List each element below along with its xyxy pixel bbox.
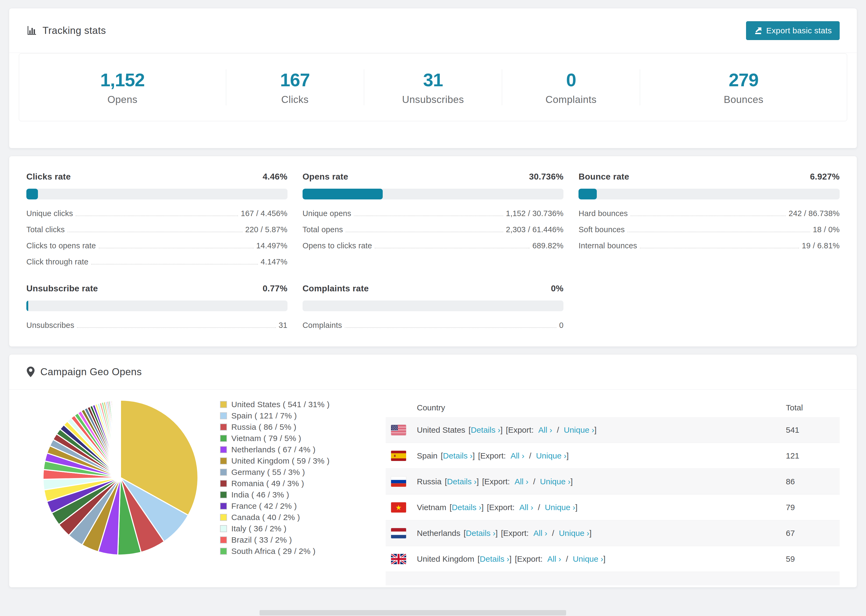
complaints-rate-value: 0% <box>551 284 564 294</box>
legend-swatch <box>220 435 227 442</box>
details-link[interactable]: Details › <box>471 426 500 434</box>
legend-swatch <box>220 503 227 509</box>
country-total: 59 <box>786 555 840 564</box>
country-name: Vietnam <box>417 503 446 512</box>
country-name: Spain <box>417 451 438 460</box>
export-all-link[interactable]: All › <box>547 555 561 563</box>
details-link[interactable]: Details › <box>443 451 472 460</box>
export-basic-stats-button[interactable]: Export basic stats <box>746 21 840 40</box>
bounces-count: 279 <box>640 69 847 90</box>
country-name: United States <box>417 426 465 435</box>
details-link[interactable]: Details › <box>447 477 477 486</box>
unsubscribe-rate-title: Unsubscribe rate <box>26 284 98 294</box>
export-unique-link[interactable]: Unique › <box>536 451 567 460</box>
tracking-stats-header: Tracking stats Export basic stats <box>9 8 857 53</box>
legend-swatch <box>220 480 227 487</box>
clicks-rate-value: 4.46% <box>263 172 287 182</box>
legend-swatch <box>220 536 227 544</box>
table-row: United Kingdom [Details ›] [Export: All … <box>386 546 840 572</box>
bounce-rate-title: Bounce rate <box>578 172 629 182</box>
unsubscribe-rate-progress-bar <box>26 300 288 311</box>
table-row: Russia [Details ›] [Export: All › / Uniq… <box>386 468 840 494</box>
country-total: 121 <box>786 451 840 460</box>
stat-row: Clicks to opens rate14.497% <box>26 241 288 250</box>
country-total: 79 <box>786 503 840 512</box>
page-title: Tracking stats <box>43 25 106 36</box>
export-unique-link[interactable]: Unique › <box>559 529 589 537</box>
campaign-geo-opens-card: Campaign Geo Opens United States ( 541 /… <box>9 354 857 588</box>
details-link[interactable]: Details › <box>466 529 495 537</box>
stat-row: Unique opens1,152 / 30.736% <box>302 209 564 218</box>
legend-item[interactable]: Italy ( 36 / 2% ) <box>220 523 371 534</box>
empty-grid-cell <box>578 284 840 330</box>
legend-item[interactable]: Romania ( 49 / 3% ) <box>220 478 371 489</box>
legend-item[interactable]: Netherlands ( 67 / 4% ) <box>220 444 371 455</box>
complaints-rate-progress-bar <box>302 300 564 311</box>
opens-rate-progress-bar <box>302 189 564 200</box>
details-link[interactable]: Details › <box>480 555 509 563</box>
geo-section-title: Campaign Geo Opens <box>40 366 142 378</box>
export-unique-link[interactable]: Unique › <box>540 477 570 486</box>
export-all-link[interactable]: All › <box>515 477 529 486</box>
opens-count: 1,152 <box>19 69 226 90</box>
legend-item[interactable]: Canada ( 40 / 2% ) <box>220 512 371 523</box>
dotted-leader <box>627 232 810 232</box>
geo-pie-wrap <box>26 398 215 557</box>
legend-item[interactable]: South Africa ( 29 / 2% ) <box>220 545 371 557</box>
country-total: 86 <box>786 477 840 486</box>
tracking-stats-card: Tracking stats Export basic stats 1,152 … <box>9 8 857 148</box>
legend-item[interactable]: Vietnam ( 79 / 5% ) <box>220 433 371 444</box>
country-name: Netherlands <box>417 529 460 538</box>
table-row: Netherlands [Details ›] [Export: All › /… <box>386 520 840 546</box>
stat-bounces: 279 Bounces <box>640 69 847 105</box>
clicks-count: 167 <box>226 69 364 90</box>
export-all-link[interactable]: All › <box>519 503 533 512</box>
export-unique-link[interactable]: Unique › <box>545 503 575 512</box>
dotted-leader <box>346 232 503 232</box>
geo-opens-table: Country Total United States [Details ›] … <box>386 398 840 585</box>
legend-item[interactable]: France ( 42 / 2% ) <box>220 500 371 512</box>
legend-item[interactable]: Spain ( 121 / 7% ) <box>220 410 371 421</box>
dotted-leader <box>99 248 254 248</box>
export-all-link[interactable]: All › <box>538 426 553 434</box>
bounces-label: Bounces <box>640 94 847 105</box>
dotted-leader <box>630 215 786 216</box>
export-all-link[interactable]: All › <box>510 451 524 460</box>
horizontal-scrollbar[interactable] <box>260 610 566 616</box>
dotted-leader <box>68 232 242 232</box>
export-all-link[interactable]: All › <box>533 529 547 537</box>
dotted-leader <box>345 327 556 328</box>
legend-item[interactable]: Germany ( 55 / 3% ) <box>220 467 371 478</box>
bounce-rate-section: Bounce rate 6.927% Hard bounces242 / 86.… <box>578 172 840 266</box>
legend-item[interactable]: United States ( 541 / 31% ) <box>220 399 371 410</box>
export-unique-link[interactable]: Unique › <box>564 426 594 434</box>
flag-russia-icon <box>391 476 406 487</box>
legend-item[interactable]: Russia ( 86 / 5% ) <box>220 421 371 433</box>
flag-united-kingdom-icon <box>391 554 406 564</box>
table-row: Spain [Details ›] [Export: All › / Uniqu… <box>386 443 840 468</box>
export-button-label: Export basic stats <box>766 26 832 35</box>
clicks-rate-title: Clicks rate <box>26 172 71 182</box>
legend-swatch <box>220 525 227 532</box>
flag-vietnam-icon <box>391 502 406 512</box>
dotted-leader <box>354 215 503 216</box>
legend-swatch <box>220 548 227 555</box>
export-icon <box>754 26 762 35</box>
flag-united-states-icon <box>391 425 406 435</box>
stat-unsubscribes: 31 Unsubscribes <box>364 69 502 105</box>
legend-item[interactable]: India ( 46 / 3% ) <box>220 489 371 500</box>
country-name: United Kingdom <box>417 555 474 564</box>
table-row: Germany [Details ›] [Export: All › / Uni… <box>386 572 840 585</box>
export-unique-link[interactable]: Unique › <box>573 555 603 563</box>
opens-label: Opens <box>19 94 226 105</box>
complaints-rate-title: Complaints rate <box>302 284 369 294</box>
stat-clicks: 167 Clicks <box>226 69 364 105</box>
country-total: 67 <box>786 529 840 538</box>
stat-row: Opens to clicks rate689.82% <box>302 241 564 250</box>
legend-item[interactable]: Brazil ( 33 / 2% ) <box>220 534 371 545</box>
bounce-rate-value: 6.927% <box>810 172 840 182</box>
geo-pie-chart[interactable] <box>41 398 200 557</box>
legend-item[interactable]: United Kingdom ( 59 / 3% ) <box>220 455 371 467</box>
details-link[interactable]: Details › <box>452 503 482 512</box>
legend-swatch <box>220 514 227 521</box>
